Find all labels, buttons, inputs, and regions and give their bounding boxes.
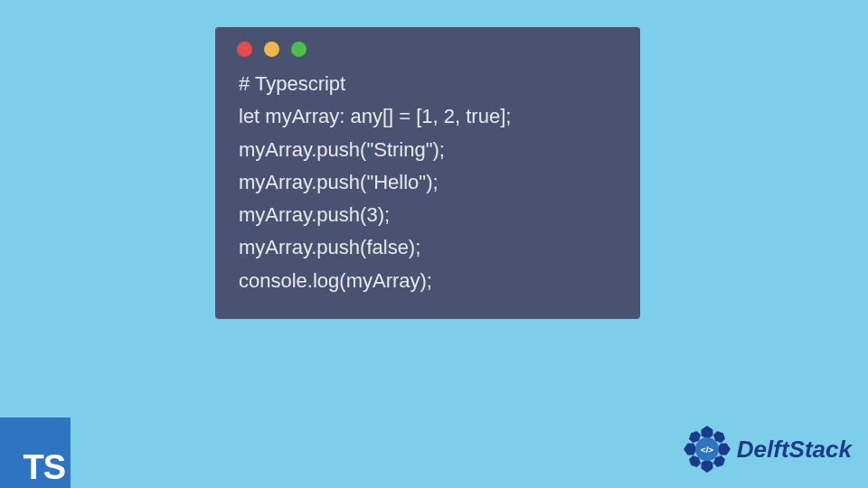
code-line: console.log(myArray); xyxy=(239,265,617,297)
code-line: myArray.push(false); xyxy=(239,231,617,264)
code-line: myArray.push(3); xyxy=(239,199,617,231)
brand-name: DelftStack xyxy=(737,436,852,464)
brand-logo-icon: </> xyxy=(683,425,731,474)
svg-marker-2 xyxy=(684,444,697,455)
window-controls xyxy=(215,27,640,66)
minimize-icon xyxy=(264,42,279,57)
typescript-logo: TS xyxy=(0,418,71,488)
svg-marker-3 xyxy=(717,444,731,455)
typescript-logo-text: TS xyxy=(23,450,65,484)
code-line: let myArray: any[] = [1, 2, true]; xyxy=(239,100,617,133)
svg-marker-1 xyxy=(701,459,712,473)
code-window: # Typescript let myArray: any[] = [1, 2,… xyxy=(215,27,640,319)
code-line: myArray.push("Hello"); xyxy=(239,166,617,199)
code-body: # Typescript let myArray: any[] = [1, 2,… xyxy=(215,66,640,303)
maximize-icon xyxy=(291,42,307,57)
close-icon xyxy=(237,42,252,57)
svg-marker-0 xyxy=(701,426,712,439)
code-line: myArray.push("String"); xyxy=(239,134,617,166)
svg-text:</>: </> xyxy=(701,445,713,455)
code-line: # Typescript xyxy=(239,68,617,100)
brand: </> DelftStack xyxy=(683,425,852,474)
